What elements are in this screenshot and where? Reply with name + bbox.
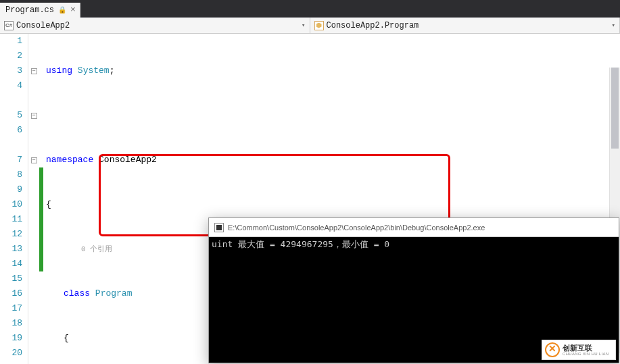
line-number: 20 — [0, 346, 22, 361]
close-icon[interactable]: × — [70, 5, 76, 15]
console-line: uint 最大值 = 4294967295，最小值 = 0 — [212, 238, 616, 251]
tab-filename: Program.cs — [5, 5, 54, 15]
line-number: 2 — [0, 49, 22, 63]
pin-icon[interactable]: 🔒 — [58, 6, 66, 14]
line-number: 5 — [0, 108, 22, 123]
line-number: 11 — [0, 212, 22, 227]
csharp-icon: C# — [4, 21, 14, 30]
line-number: 9 — [0, 182, 22, 197]
line-number: 4 — [0, 78, 22, 93]
watermark-name: 创新互联 — [563, 344, 609, 352]
fold-toggle[interactable]: − — [31, 157, 37, 163]
watermark-logo-icon — [545, 342, 560, 357]
console-title-text: E:\Common\Custom\ConsoleApp2\ConsoleApp2… — [228, 224, 485, 232]
line-number: 14 — [0, 257, 22, 271]
line-number: 21 — [0, 361, 22, 364]
file-tab[interactable]: Program.cs 🔒 × — [0, 3, 80, 18]
tab-bar: Program.cs 🔒 × — [0, 0, 620, 18]
watermark-sub: CHUANG XIN HU LIAN — [563, 352, 609, 357]
fold-toggle[interactable]: − — [31, 113, 37, 119]
code-line — [46, 108, 620, 123]
line-number: 8 — [0, 167, 22, 182]
console-titlebar[interactable]: E:\Common\Custom\ConsoleApp2\ConsoleApp2… — [209, 218, 619, 237]
chevron-down-icon: ▾ — [302, 22, 305, 29]
line-number: 7 — [0, 153, 22, 167]
nav-bar: C# ConsoleApp2 ▾ ConsoleApp2.Program ▾ — [0, 18, 620, 34]
code-line: using System; — [46, 63, 620, 78]
nav-scope-project[interactable]: C# ConsoleApp2 ▾ — [0, 18, 310, 33]
class-icon — [314, 21, 324, 30]
watermark: 创新互联 CHUANG XIN HU LIAN — [542, 340, 616, 360]
line-number: 17 — [0, 301, 22, 316]
console-icon — [214, 223, 224, 232]
line-number: 10 — [0, 197, 22, 212]
code-line: { — [46, 197, 620, 212]
fold-toggle[interactable]: − — [31, 68, 37, 74]
code-line: namespace ConsoleApp2 — [46, 153, 620, 167]
fold-gutter: − − − — [28, 34, 39, 364]
console-body: uint 最大值 = 4294967295，最小值 = 0 — [209, 237, 619, 252]
nav-scope-class[interactable]: ConsoleApp2.Program ▾ — [310, 18, 621, 33]
line-number: 16 — [0, 286, 22, 301]
line-number: 3 — [0, 63, 22, 78]
line-number: 1 — [0, 34, 22, 49]
line-number: 19 — [0, 331, 22, 346]
line-number: 18 — [0, 316, 22, 331]
line-number: 13 — [0, 242, 22, 257]
line-number-gutter: 1 2 3 4 5 6 7 8 9 10 11 12 13 14 15 16 1… — [0, 34, 28, 364]
chevron-down-icon: ▾ — [612, 22, 615, 29]
nav-right-text: ConsoleApp2.Program — [327, 21, 419, 30]
line-number: 12 — [0, 227, 22, 242]
line-number: 15 — [0, 271, 22, 286]
line-number: 6 — [0, 123, 22, 138]
nav-left-text: ConsoleApp2 — [16, 21, 70, 30]
